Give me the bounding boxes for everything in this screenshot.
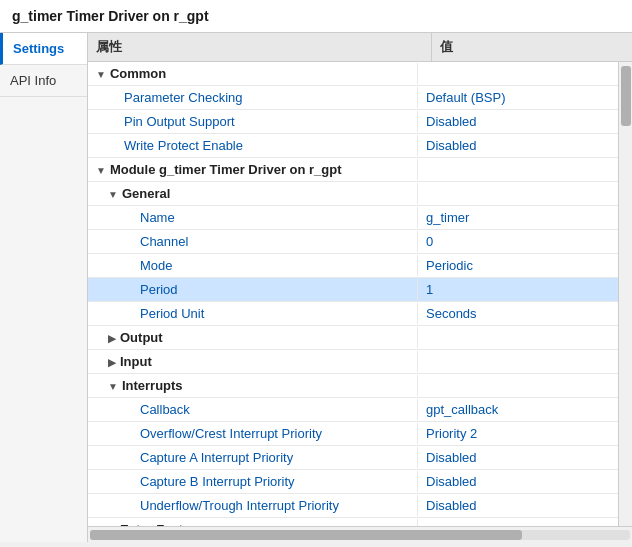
prop-name: Capture A Interrupt Priority: [88, 447, 418, 468]
sidebar-tab-api-info[interactable]: API Info: [0, 65, 87, 97]
prop-value: [418, 167, 618, 173]
prop-value: [418, 71, 618, 77]
prop-name-text: General: [122, 186, 170, 201]
prop-value: Disabled: [418, 447, 618, 468]
prop-value: Periodic: [418, 255, 618, 276]
prop-name: Overflow/Crest Interrupt Priority: [88, 423, 418, 444]
prop-name: Pin Output Support: [88, 111, 418, 132]
prop-value: 1: [418, 279, 618, 300]
table-row[interactable]: ▼General: [88, 182, 618, 206]
prop-name: Period: [88, 279, 418, 300]
prop-name: ▶Extra Features: [88, 519, 418, 526]
table-row[interactable]: ▼Module g_timer Timer Driver on r_gpt: [88, 158, 618, 182]
table-row[interactable]: Parameter CheckingDefault (BSP): [88, 86, 618, 110]
prop-name-text: Overflow/Crest Interrupt Priority: [140, 426, 322, 441]
prop-name-text: Name: [140, 210, 175, 225]
prop-name: ▼General: [88, 183, 418, 204]
prop-name: Parameter Checking: [88, 87, 418, 108]
vertical-scrollbar[interactable]: [618, 62, 632, 526]
prop-value: Default (BSP): [418, 87, 618, 108]
prop-value: Disabled: [418, 471, 618, 492]
prop-value: 0: [418, 231, 618, 252]
collapse-icon[interactable]: ▼: [96, 165, 106, 176]
table-row[interactable]: ▶Extra Features: [88, 518, 618, 526]
prop-value: Disabled: [418, 111, 618, 132]
prop-name-text: Capture A Interrupt Priority: [140, 450, 293, 465]
sidebar: Settings API Info: [0, 33, 88, 542]
prop-name: Name: [88, 207, 418, 228]
prop-value: Priority 2: [418, 423, 618, 444]
prop-value: Seconds: [418, 303, 618, 324]
horizontal-scrollbar[interactable]: [88, 526, 632, 542]
table-row[interactable]: ▶Output: [88, 326, 618, 350]
sidebar-tab-settings[interactable]: Settings: [0, 33, 87, 65]
table-content: ▼CommonParameter CheckingDefault (BSP)Pi…: [88, 62, 632, 526]
table-row[interactable]: Nameg_timer: [88, 206, 618, 230]
collapse-icon[interactable]: ▼: [96, 69, 106, 80]
prop-name-text: Pin Output Support: [124, 114, 235, 129]
expand-icon[interactable]: ▶: [108, 333, 116, 344]
prop-name-text: Module g_timer Timer Driver on r_gpt: [110, 162, 342, 177]
main-container: Settings API Info 属性 值 ▼CommonParameter …: [0, 33, 632, 542]
scrollbar-thumb[interactable]: [621, 66, 631, 126]
prop-name-text: Parameter Checking: [124, 90, 243, 105]
prop-value: [418, 335, 618, 341]
prop-value: Disabled: [418, 495, 618, 516]
table-row[interactable]: Capture A Interrupt PriorityDisabled: [88, 446, 618, 470]
prop-name-text: Capture B Interrupt Priority: [140, 474, 295, 489]
prop-name: Callback: [88, 399, 418, 420]
collapse-icon[interactable]: ▼: [108, 381, 118, 392]
prop-name: ▼Common: [88, 63, 418, 84]
prop-name-text: Input: [120, 354, 152, 369]
table-row[interactable]: ▼Interrupts: [88, 374, 618, 398]
prop-name: ▶Output: [88, 327, 418, 348]
table-row[interactable]: Period UnitSeconds: [88, 302, 618, 326]
prop-name: Channel: [88, 231, 418, 252]
table-row[interactable]: Overflow/Crest Interrupt PriorityPriorit…: [88, 422, 618, 446]
prop-name: Mode: [88, 255, 418, 276]
table-row[interactable]: ▼Common: [88, 62, 618, 86]
prop-name: Period Unit: [88, 303, 418, 324]
table-row[interactable]: ModePeriodic: [88, 254, 618, 278]
prop-name: ▼Module g_timer Timer Driver on r_gpt: [88, 159, 418, 180]
prop-name-text: Mode: [140, 258, 173, 273]
prop-value: [418, 383, 618, 389]
prop-name: ▶Input: [88, 351, 418, 372]
title-bar: g_timer Timer Driver on r_gpt: [0, 0, 632, 33]
table-body: ▼CommonParameter CheckingDefault (BSP)Pi…: [88, 62, 618, 526]
content-area: 属性 值 ▼CommonParameter CheckingDefault (B…: [88, 33, 632, 542]
prop-name-text: Channel: [140, 234, 188, 249]
table-row[interactable]: ▶Input: [88, 350, 618, 374]
table-row[interactable]: Underflow/Trough Interrupt PriorityDisab…: [88, 494, 618, 518]
prop-name-text: Period Unit: [140, 306, 204, 321]
prop-name: Underflow/Trough Interrupt Priority: [88, 495, 418, 516]
header-value: 值: [432, 33, 632, 61]
table-row[interactable]: Callbackgpt_callback: [88, 398, 618, 422]
table-row[interactable]: Pin Output SupportDisabled: [88, 110, 618, 134]
collapse-icon[interactable]: ▼: [108, 189, 118, 200]
scrollbar-track: [90, 530, 630, 540]
prop-name: Write Protect Enable: [88, 135, 418, 156]
prop-name-text: Write Protect Enable: [124, 138, 243, 153]
prop-name: ▼Interrupts: [88, 375, 418, 396]
prop-name-text: Interrupts: [122, 378, 183, 393]
window-title: g_timer Timer Driver on r_gpt: [12, 8, 209, 24]
prop-value: Disabled: [418, 135, 618, 156]
expand-icon[interactable]: ▶: [108, 357, 116, 368]
prop-name-text: Callback: [140, 402, 190, 417]
prop-name-text: Underflow/Trough Interrupt Priority: [140, 498, 339, 513]
property-table: 属性 值 ▼CommonParameter CheckingDefault (B…: [88, 33, 632, 526]
table-header: 属性 值: [88, 33, 632, 62]
prop-name-text: Common: [110, 66, 166, 81]
table-row[interactable]: Write Protect EnableDisabled: [88, 134, 618, 158]
header-property: 属性: [88, 33, 432, 61]
prop-value: [418, 359, 618, 365]
prop-value: g_timer: [418, 207, 618, 228]
prop-value: [418, 191, 618, 197]
table-row[interactable]: Capture B Interrupt PriorityDisabled: [88, 470, 618, 494]
prop-name-text: Output: [120, 330, 163, 345]
table-row[interactable]: Period1: [88, 278, 618, 302]
horizontal-scrollbar-thumb[interactable]: [90, 530, 522, 540]
prop-name-text: Period: [140, 282, 178, 297]
table-row[interactable]: Channel0: [88, 230, 618, 254]
